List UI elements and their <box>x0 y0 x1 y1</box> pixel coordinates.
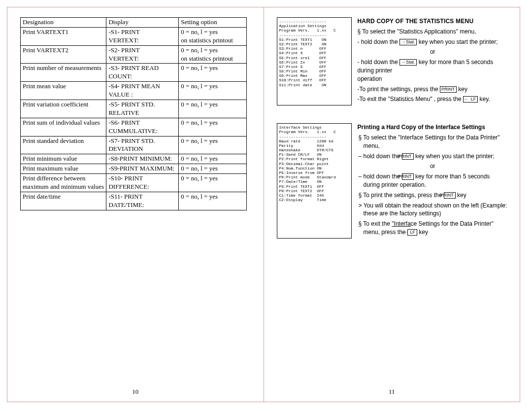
table-cell: Print date/time <box>21 192 106 210</box>
table-row: Print standard deviation-S7- PRINT STD. … <box>21 136 247 154</box>
stat-line1: § To select the "Statistics Applications… <box>358 28 508 36</box>
stat-line4: -To print the settings, press the PRINT … <box>358 85 508 94</box>
if-line6: § To exit the "Interface Settings for th… <box>358 220 508 237</box>
table-cell: -S2- PRINT VERTEXT: <box>106 45 179 64</box>
if-line3: – hold down the PRINT key for more than … <box>358 172 508 189</box>
th-setting: Setting option <box>179 18 247 28</box>
print-key-icon: PRINT <box>440 86 457 93</box>
table-cell: 0 = no, l = yeson statistics printout <box>179 27 247 45</box>
table-cell: -S1- PRINT VERTEXT: <box>106 27 179 45</box>
section-interface-settings: Interface Settings Program Vers. 1.xx C … <box>277 123 508 239</box>
table-cell: 0 = no, l = yes <box>179 64 247 82</box>
heading-statistics: HARD COPY OF THE STATISTICS MENU <box>358 17 508 26</box>
printout-interface: Interface Settings Program Vers. 1.xx C … <box>277 123 352 239</box>
table-cell: -S6- PRINT CUMMULATIVE: <box>106 118 179 136</box>
stat-line3: - hold down the →Stat. key for more than… <box>358 58 508 83</box>
table-cell: 0 = no, l = yes <box>179 164 247 174</box>
settings-table: Designation Display Setting option Print… <box>20 17 247 210</box>
stat-or1: or <box>358 48 508 56</box>
stat-key-icon-2: →Stat. <box>399 59 417 66</box>
lf-key-icon-2: ← LF <box>407 229 417 236</box>
statistics-text: HARD COPY OF THE STATISTICS MENU § To se… <box>358 17 508 105</box>
table-cell: Print maximum value <box>21 164 106 174</box>
table-cell: -S11- PRINT DATE/TIME: <box>106 192 179 210</box>
table-row: Print number of measurements-S3- PRINT R… <box>21 64 247 82</box>
table-cell: 0 = no, l = yes <box>179 154 247 164</box>
if-line4: § To print the settings, press the PRINT… <box>358 191 508 200</box>
table-row: Print minimum value-S8-PRINT MINIMUM:0 =… <box>21 154 247 164</box>
stat-line5: -To exit the "Statistics Menu" , press t… <box>358 95 508 103</box>
interface-text: Printing a Hard Copy of the Interface Se… <box>358 123 508 239</box>
heading-interface: Printing a Hard Copy of the Interface Se… <box>358 123 508 132</box>
table-cell: -S7- PRINT STD. DEVIATION <box>106 136 179 154</box>
table-cell: Print standard deviation <box>21 136 106 154</box>
if-line1: § To select the "Interface Settings for … <box>358 134 508 150</box>
table-cell: -S9-PRINT MAXIMUM: <box>106 164 179 174</box>
page-11: -------------------- Application Setting… <box>264 7 520 402</box>
table-cell: -S5- PRINT STD. RELATIVE <box>106 100 179 118</box>
table-cell: 0 = no, l = yes <box>179 82 247 100</box>
table-row: Print maximum value-S9-PRINT MAXIMUM:0 =… <box>21 164 247 174</box>
section-statistics-menu: -------------------- Application Setting… <box>277 17 508 105</box>
table-row: Print sum of individual values-S6- PRINT… <box>21 118 247 136</box>
th-display: Display <box>106 18 179 28</box>
print-key-icon-2: PRINT <box>402 153 414 160</box>
table-row: Print difference between maximum and min… <box>21 174 247 192</box>
table-cell: Print VARTEXT1 <box>21 27 106 45</box>
printout-statistics: -------------------- Application Setting… <box>277 17 352 105</box>
table-row: Print VARTEXT1-S1- PRINT VERTEXT:0 = no,… <box>21 27 247 45</box>
table-cell: -S10- PRINT DIFFERENCE: <box>106 174 179 192</box>
if-line5: > You will obtain the readout shown on t… <box>358 202 508 218</box>
table-row: Print VARTEXT2-S2- PRINT VERTEXT:0 = no,… <box>21 45 247 64</box>
table-cell: -S8-PRINT MINIMUM: <box>106 154 179 164</box>
if-or: or <box>358 162 508 171</box>
table-cell: Print sum of individual values <box>21 118 106 136</box>
table-cell: 0 = no, l = yes <box>179 136 247 154</box>
table-cell: Print mean value <box>21 82 106 100</box>
th-designation: Designation <box>21 18 106 28</box>
table-row: Print date/time-S11- PRINT DATE/TIME:0 =… <box>21 192 247 210</box>
table-cell: Print number of measurements <box>21 64 106 82</box>
page-10: Designation Display Setting option Print… <box>7 7 264 402</box>
table-cell: 0 = no, l = yes <box>179 192 247 210</box>
page-number-left: 10 <box>132 388 138 396</box>
page-spread: Designation Display Setting option Print… <box>7 7 520 402</box>
table-cell: 0 = no, l = yes <box>179 174 247 192</box>
table-cell: Print variation coefficient <box>21 100 106 118</box>
table-cell: -S4- PRINT MEAN VALUE : <box>106 82 179 100</box>
table-cell: 0 = no, l = yeson statistics printout <box>179 45 247 64</box>
stat-line2: - hold down the →Stat. key when you star… <box>358 38 508 46</box>
print-key-icon-3: PRINT <box>402 173 414 180</box>
table-row: Print variation coefficient-S5- PRINT ST… <box>21 100 247 118</box>
if-line2: – hold down the PRINT key when you start… <box>358 152 508 161</box>
lf-key-icon: ← LF <box>463 96 478 103</box>
table-row: Print mean value-S4- PRINT MEAN VALUE :0… <box>21 82 247 100</box>
table-header-row: Designation Display Setting option <box>21 18 247 28</box>
print-key-icon-4: PRINT <box>444 192 456 199</box>
table-cell: 0 = no, l = yes <box>179 118 247 136</box>
table-cell: Print difference between maximum and min… <box>21 174 106 192</box>
stat-key-icon: →Stat. <box>399 39 417 45</box>
table-cell: 0 = no, l = yes <box>179 100 247 118</box>
table-cell: -S3- PRINT READ COUNT: <box>106 64 179 82</box>
table-cell: Print VARTEXT2 <box>21 45 106 64</box>
page-number-right: 11 <box>389 388 395 396</box>
table-cell: Print minimum value <box>21 154 106 164</box>
